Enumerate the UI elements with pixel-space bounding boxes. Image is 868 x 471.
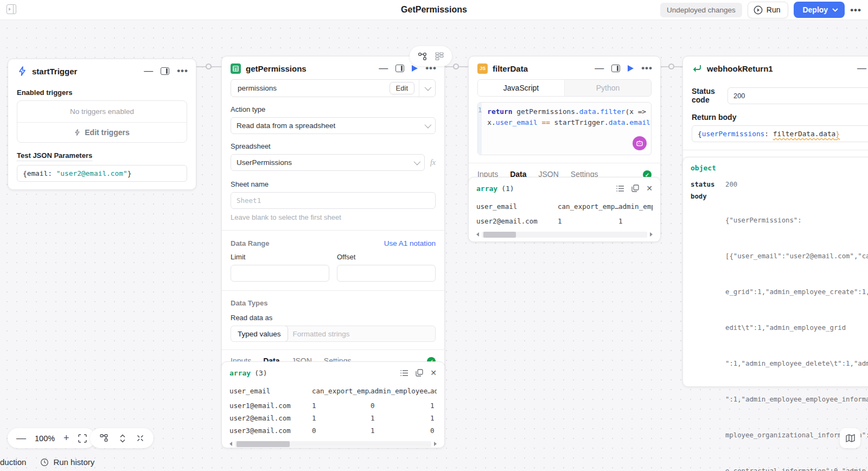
node-getpermissions[interactable]: getPermissions — ••• permissions Edit Ac… — [221, 56, 445, 373]
action-type-label: Action type — [231, 105, 436, 113]
array-type-label: array — [229, 369, 251, 377]
collapse-node-button[interactable]: — — [379, 63, 388, 74]
edge-handle[interactable] — [206, 63, 212, 69]
collapse-all-button[interactable] — [137, 435, 144, 442]
json-line: ":1,"admin_employee_employee_informati — [725, 393, 868, 405]
auto-layout-button[interactable] — [100, 434, 108, 442]
spreadsheet-select[interactable]: UserPermissions — [231, 154, 425, 171]
view-mode-icon[interactable] — [616, 185, 624, 192]
minimap-toggle-button[interactable] — [840, 428, 860, 448]
table-row: user3@email.com 0 1 0 — [229, 424, 437, 437]
open-node-panel-button[interactable] — [611, 65, 620, 72]
workflow-canvas[interactable]: startTrigger — ••• Enabled triggers No t… — [0, 20, 868, 471]
copy-icon[interactable] — [416, 369, 423, 377]
node-more-button[interactable]: ••• — [177, 66, 188, 77]
close-icon[interactable]: ✕ — [646, 184, 653, 193]
return-body-input[interactable]: {userPermissions: filterData.data} — [692, 125, 868, 142]
json-line: edit\t":1,"admin_employee_grid — [725, 322, 868, 334]
more-menu-button[interactable]: ••• — [850, 5, 861, 15]
collapse-node-button[interactable]: — — [144, 66, 153, 77]
table-cell: 1 — [312, 402, 371, 410]
json-token: } — [127, 169, 132, 177]
run-button-label: Run — [767, 5, 781, 14]
zoom-in-button[interactable]: + — [63, 432, 69, 444]
scroll-left-arrow[interactable] — [229, 442, 232, 446]
node-filterdata[interactable]: JS filterData — ••• JavaScript Python 1 … — [468, 56, 661, 186]
typed-values-segment[interactable]: Typed values — [231, 326, 288, 342]
fx-toggle-icon[interactable]: fx — [430, 158, 436, 167]
json-line: ":1,"admin_employee_delete\t":1,"admin — [725, 358, 868, 370]
block-list-view-button[interactable] — [435, 52, 444, 60]
zoom-out-button[interactable]: — — [16, 432, 26, 444]
python-tab[interactable]: Python — [564, 80, 651, 96]
node-webhookreturn1[interactable]: webhookReturn1 — Status code Return body… — [682, 56, 868, 173]
node-more-button[interactable]: ••• — [641, 63, 653, 74]
edit-triggers-button[interactable]: Edit triggers — [17, 123, 187, 142]
open-node-panel-button[interactable] — [395, 65, 404, 72]
scrollbar-thumb[interactable] — [483, 232, 516, 238]
panel-icon — [161, 67, 169, 75]
node-starttrigger[interactable]: startTrigger — ••• Enabled triggers No t… — [8, 59, 196, 190]
return-body-label: Return body — [692, 113, 868, 122]
view-mode-icon[interactable] — [400, 370, 409, 377]
collapse-node-button[interactable]: — — [595, 63, 604, 74]
left-panel-toggle-button[interactable] — [7, 4, 16, 16]
javascript-tab[interactable]: JavaScript — [478, 80, 564, 96]
scrollbar-track[interactable] — [482, 232, 647, 238]
scrollbar-track[interactable] — [235, 441, 431, 447]
chevron-down-icon — [413, 158, 420, 166]
deploy-button[interactable]: Deploy — [794, 2, 845, 18]
code-token: . — [492, 118, 496, 126]
run-node-button[interactable] — [628, 65, 634, 72]
read-data-as-segmented-control: Typed values Formatted strings — [231, 326, 436, 342]
filterdata-data-preview: array (1) ✕ user_email can_export_emp… a… — [468, 177, 661, 242]
action-type-select[interactable]: Read data from a spreadsheet — [231, 117, 436, 134]
getpermissions-data-preview: array (3) ✕ user_email can_export_emp… a… — [221, 361, 445, 448]
resource-selector[interactable]: permissions Edit — [231, 79, 436, 97]
use-a1-notation-link[interactable]: Use A1 notation — [384, 239, 436, 247]
scroll-left-arrow[interactable] — [476, 232, 479, 237]
zoom-level: 100% — [35, 434, 55, 443]
run-node-button[interactable] — [412, 65, 418, 72]
run-button[interactable]: Run — [748, 2, 789, 18]
fit-view-button[interactable] — [78, 434, 87, 443]
formatted-strings-segment[interactable]: Formatted strings — [288, 326, 355, 341]
run-history-tab[interactable]: Run history — [40, 457, 94, 467]
webhookreturn-data-preview: object status 200 body {"userPermissions… — [682, 157, 868, 387]
collapse-node-button[interactable]: — — [857, 63, 866, 74]
scroll-right-arrow[interactable] — [434, 442, 437, 446]
array-count: (1) — [501, 184, 514, 193]
workflow-graph-view-button[interactable] — [418, 52, 427, 61]
copy-icon[interactable] — [631, 184, 639, 192]
edge-handle[interactable] — [453, 63, 459, 69]
horizontal-scrollbar[interactable] — [229, 440, 437, 448]
node-title: startTrigger — [32, 67, 77, 76]
code-editor[interactable]: 1 return getPermissions.data.filter(x =>… — [477, 102, 652, 155]
code-property: filter — [600, 107, 625, 116]
limit-input[interactable] — [231, 265, 329, 282]
expand-all-button[interactable] — [119, 434, 126, 443]
offset-input[interactable] — [337, 265, 436, 282]
sheet-name-input[interactable] — [231, 192, 436, 209]
test-json-parameters-input[interactable]: {email: "user2@email.com"} — [17, 165, 187, 182]
horizontal-scrollbar[interactable] — [476, 231, 653, 238]
scrollbar-thumb[interactable] — [237, 441, 290, 447]
ai-assistant-button[interactable] — [633, 136, 647, 150]
code-token: (x => — [626, 107, 647, 116]
edit-resource-button[interactable]: Edit — [390, 82, 414, 94]
code-token: . — [575, 107, 579, 116]
close-icon[interactable]: ✕ — [430, 368, 437, 377]
chevron-down-icon — [425, 122, 432, 129]
code-line-1: return getPermissions.data.filter(x => — [487, 106, 652, 117]
table-cell: 1 — [312, 414, 371, 422]
node-title: getPermissions — [246, 64, 307, 73]
table-cell: user2@email.com — [229, 414, 312, 422]
introduction-tab[interactable]: duction — [0, 457, 26, 467]
scroll-right-arrow[interactable] — [650, 232, 653, 237]
status-code-input[interactable] — [727, 87, 868, 104]
edge-handle[interactable] — [668, 63, 674, 69]
resource-dropdown-button[interactable] — [419, 80, 435, 97]
panel-icon — [395, 65, 404, 72]
open-node-panel-button[interactable] — [161, 67, 169, 75]
robot-icon — [636, 140, 643, 147]
